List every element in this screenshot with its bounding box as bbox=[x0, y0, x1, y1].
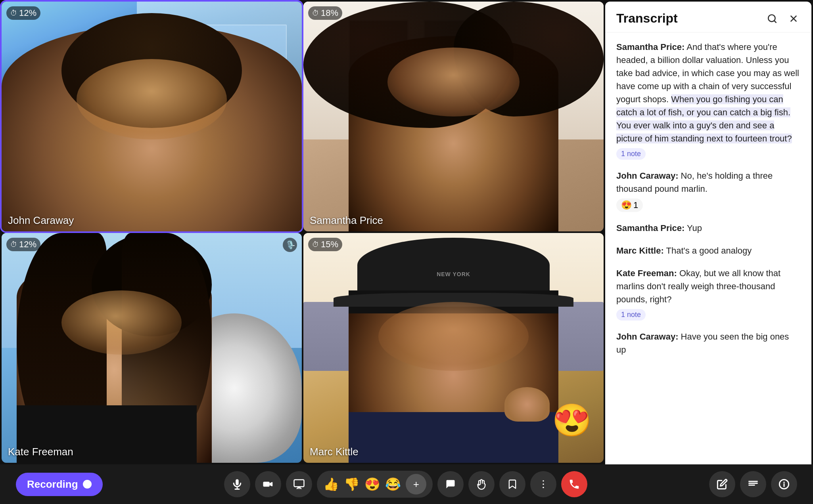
clock-icon-2: ⏱ bbox=[312, 9, 319, 17]
speaker-name-2: John Caraway: bbox=[616, 171, 679, 181]
transcript-entry-4: Marc Kittle: That's a good analogy bbox=[616, 244, 800, 257]
transcript-panel: Transcript bbox=[605, 2, 811, 464]
svg-point-10 bbox=[543, 480, 545, 482]
recording-dot bbox=[83, 480, 92, 489]
toolbar-right bbox=[709, 471, 797, 497]
transcript-button[interactable] bbox=[740, 471, 766, 497]
transcript-entry-6: John Caraway: Have you seen the big ones… bbox=[616, 330, 800, 356]
svg-line-1 bbox=[774, 21, 776, 23]
marc-name-label: Marc Kittle bbox=[310, 446, 359, 458]
transcript-entry-5: Kate Freeman: Okay, but we all know that… bbox=[616, 267, 800, 321]
reaction-count-1: 1 bbox=[633, 200, 638, 210]
transcript-text-1: Samantha Price: And that's where you're … bbox=[616, 40, 800, 145]
marc-talk-percent: ⏱ 15% bbox=[308, 238, 342, 251]
toolbar: Recording bbox=[0, 464, 813, 504]
screen-share-button[interactable] bbox=[286, 471, 312, 497]
laugh-emoji-button[interactable]: 😂 bbox=[385, 477, 401, 492]
transcript-text-2: John Caraway: No, he's holding a three t… bbox=[616, 169, 800, 195]
more-options-button[interactable] bbox=[530, 471, 556, 497]
note-badge-1[interactable]: 1 note bbox=[616, 148, 646, 160]
video-tile-marc: NEW YORK ⏱ 15% Marc Kittle 😍 bbox=[303, 233, 604, 463]
reaction-badge-1: 😍 1 bbox=[616, 199, 643, 212]
marc-emoji-overlay: 😍 bbox=[552, 402, 592, 439]
transcript-entry-3: Samantha Price: Yup bbox=[616, 221, 800, 235]
raise-hand-button[interactable] bbox=[468, 471, 495, 497]
transcript-text-3: Samantha Price: Yup bbox=[616, 221, 800, 235]
thumbsup-emoji-button[interactable]: 👍 bbox=[323, 477, 339, 492]
recording-label: Recording bbox=[27, 478, 78, 491]
speaker-name-1: Samantha Price: bbox=[616, 42, 685, 52]
video-tile-samantha: ⏱ 18% Samantha Price bbox=[303, 2, 604, 231]
video-tile-john: ⏱ 12% John Caraway bbox=[2, 2, 302, 231]
transcript-entry-1: Samantha Price: And that's where you're … bbox=[616, 40, 800, 160]
speaker-name-5: Kate Freeman: bbox=[616, 268, 677, 278]
svg-point-12 bbox=[543, 487, 545, 488]
speaker-name-3: Samantha Price: bbox=[616, 223, 685, 233]
chat-button[interactable] bbox=[437, 471, 464, 497]
add-emoji-button[interactable]: + bbox=[406, 474, 426, 494]
highlighted-text-1: When you go fishing you can catch a lot … bbox=[616, 94, 792, 143]
clock-icon-4: ⏱ bbox=[312, 241, 319, 249]
hangup-button[interactable] bbox=[561, 471, 587, 497]
john-talk-percent-container: ⏱ 12% bbox=[6, 6, 40, 20]
recording-button[interactable]: Recording bbox=[16, 473, 103, 496]
main-area: ⏱ 12% John Caraway bbox=[0, 0, 813, 464]
svg-rect-8 bbox=[294, 480, 304, 487]
transcript-header: Transcript bbox=[605, 2, 811, 32]
speaker-name-4: Marc Kittle: bbox=[616, 246, 664, 256]
kate-mute-icon: 🎙️̵ bbox=[283, 238, 297, 252]
marc-talk-percent-container: ⏱ 15% bbox=[308, 238, 342, 251]
transcript-text-4: Marc Kittle: That's a good analogy bbox=[616, 244, 800, 257]
clock-icon-3: ⏱ bbox=[10, 241, 17, 249]
video-grid: ⏱ 12% John Caraway bbox=[0, 0, 605, 464]
video-tile-kate: ⏱ 12% 🎙️̵ Kate Freeman bbox=[2, 233, 302, 463]
bookmark-button[interactable] bbox=[499, 471, 525, 497]
reaction-emoji-1: 😍 bbox=[621, 200, 632, 210]
transcript-search-button[interactable] bbox=[765, 12, 779, 25]
kate-name-label: Kate Freeman bbox=[8, 446, 73, 458]
thumbsdown-emoji-button[interactable]: 👎 bbox=[344, 477, 360, 492]
svg-rect-4 bbox=[236, 479, 239, 485]
john-name-label: John Caraway bbox=[8, 214, 74, 227]
transcript-close-button[interactable] bbox=[787, 12, 800, 25]
note-badge-2[interactable]: 1 note bbox=[616, 309, 646, 321]
transcript-body[interactable]: Samantha Price: And that's where you're … bbox=[605, 32, 811, 464]
transcript-text-5: Kate Freeman: Okay, but we all know that… bbox=[616, 267, 800, 306]
edit-notes-button[interactable] bbox=[709, 471, 735, 497]
transcript-header-icons bbox=[765, 12, 800, 25]
svg-rect-7 bbox=[263, 482, 270, 487]
clock-icon: ⏱ bbox=[10, 9, 17, 17]
transcript-entry-2: John Caraway: No, he's holding a three t… bbox=[616, 169, 800, 212]
samantha-name-label: Samantha Price bbox=[310, 214, 383, 227]
samantha-talk-percent-container: ⏱ 18% bbox=[308, 6, 342, 20]
speaker-name-6: John Caraway: bbox=[616, 332, 679, 342]
transcript-title: Transcript bbox=[616, 11, 678, 26]
samantha-talk-percent: ⏱ 18% bbox=[308, 6, 342, 20]
heart-eyes-emoji-button[interactable]: 😍 bbox=[364, 477, 380, 492]
info-button[interactable] bbox=[771, 471, 797, 497]
emoji-bar: 👍 👎 😍 😂 + bbox=[317, 471, 433, 498]
camera-button[interactable] bbox=[255, 471, 281, 497]
kate-talk-percent: ⏱ 12% bbox=[6, 238, 40, 251]
toolbar-left: Recording bbox=[16, 473, 103, 496]
mic-button[interactable] bbox=[224, 471, 250, 497]
john-talk-percent: ⏱ 12% bbox=[6, 6, 40, 20]
svg-point-11 bbox=[543, 483, 545, 485]
toolbar-center: 👍 👎 😍 😂 + bbox=[224, 471, 587, 498]
transcript-text-6: John Caraway: Have you seen the big ones… bbox=[616, 330, 800, 356]
kate-talk-percent-container: ⏱ 12% bbox=[6, 238, 40, 251]
